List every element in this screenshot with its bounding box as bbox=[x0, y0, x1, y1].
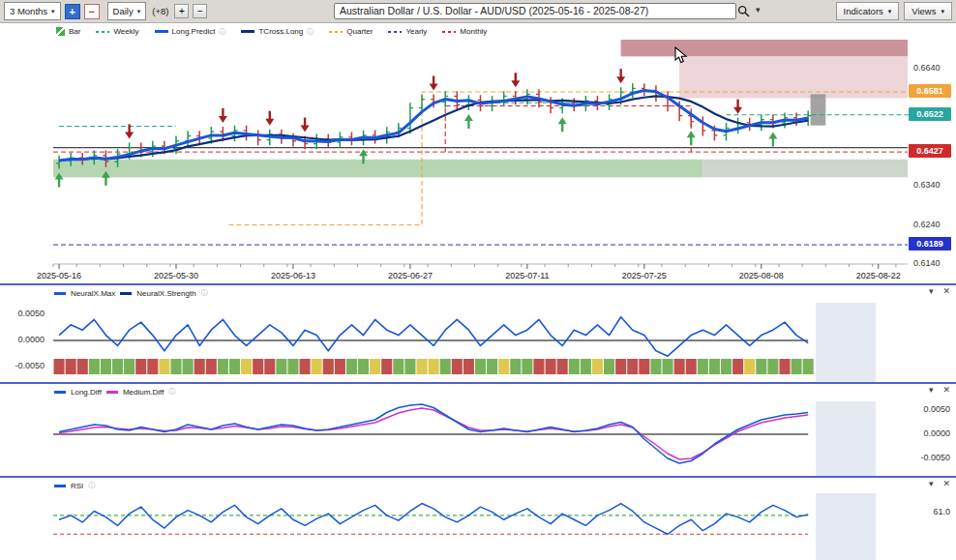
zoom-out-button[interactable]: − bbox=[84, 4, 100, 19]
legend-label: TCross.Long bbox=[258, 27, 303, 36]
indicators-button[interactable]: Indicators ▾ bbox=[836, 2, 900, 20]
neuralx-panel-legend: NeuralX.Max NeuralX.Strength ⓘ bbox=[54, 288, 208, 298]
diff-canvas[interactable] bbox=[0, 401, 956, 476]
svg-text:2025-08-08: 2025-08-08 bbox=[739, 271, 784, 280]
chart-legend-row: Bar Weekly Long.Predict ⓘ TCross.Long ⓘ … bbox=[0, 23, 956, 40]
price-chart-canvas[interactable]: 2025-05-162025-05-302025-06-132025-06-27… bbox=[0, 40, 956, 283]
legend-item-weekly[interactable]: Weekly bbox=[96, 27, 138, 36]
info-icon: ⓘ bbox=[201, 288, 208, 298]
mouse-cursor bbox=[674, 46, 688, 68]
symbol-dropdown-caret[interactable]: ▾ bbox=[756, 5, 761, 15]
rsi-panel: RSI ⓘ ▾ ✕ 61.0 bbox=[0, 476, 956, 560]
svg-text:2025-05-30: 2025-05-30 bbox=[154, 271, 198, 280]
legend-label: Quarter bbox=[346, 27, 373, 36]
tcross-long-line-swatch bbox=[241, 30, 254, 33]
period-value: Daily bbox=[113, 6, 134, 16]
price-axis-label: 0.6640 bbox=[913, 63, 941, 73]
price-level-badge: 0.6522 bbox=[909, 107, 951, 121]
panel-collapse-button[interactable]: ▾ bbox=[929, 385, 934, 395]
price-level-badge: 0.6427 bbox=[909, 144, 951, 158]
rsi-canvas[interactable] bbox=[0, 493, 956, 560]
price-axis-label: 0.6340 bbox=[913, 180, 941, 190]
medium-diff-swatch bbox=[106, 391, 118, 394]
chevron-down-icon: ▾ bbox=[51, 8, 55, 15]
neuralx-max-swatch bbox=[54, 292, 66, 295]
info-icon: ⓘ bbox=[219, 27, 225, 37]
diff-panel-legend: Long.Diff Medium.Diff ⓘ bbox=[54, 387, 175, 397]
svg-text:2025-08-22: 2025-08-22 bbox=[856, 271, 901, 280]
legend-item-yearly[interactable]: Yearly bbox=[388, 27, 427, 36]
legend-label: Bar bbox=[69, 27, 80, 36]
bar-count-label: (+8) bbox=[152, 6, 168, 16]
panel-collapse-button[interactable]: ▾ bbox=[929, 479, 934, 488]
panel-close-button[interactable]: ✕ bbox=[942, 479, 950, 488]
price-axis-label: 0.6140 bbox=[913, 258, 941, 268]
info-icon: ⓘ bbox=[307, 27, 314, 37]
legend-item-quarter[interactable]: Quarter bbox=[329, 27, 373, 36]
yearly-line-swatch bbox=[388, 31, 402, 33]
svg-text:2025-06-13: 2025-06-13 bbox=[271, 271, 315, 280]
legend-item-monthly[interactable]: Monthly bbox=[442, 27, 487, 36]
timeframe-value: 3 Months bbox=[10, 6, 47, 16]
legend-label: Yearly bbox=[405, 27, 427, 36]
panel-collapse-button[interactable]: ▾ bbox=[929, 286, 934, 296]
long-predict-line-swatch bbox=[155, 30, 168, 33]
monthly-line-swatch bbox=[442, 31, 456, 33]
price-level-badge: 0.6189 bbox=[909, 237, 951, 251]
chevron-down-icon: ▾ bbox=[941, 8, 944, 15]
legend-item-long-predict[interactable]: Long.Predict ⓘ bbox=[155, 27, 226, 37]
search-icon[interactable] bbox=[737, 4, 750, 21]
svg-text:2025-07-25: 2025-07-25 bbox=[622, 271, 667, 280]
price-axis-label: 0.6240 bbox=[913, 220, 941, 229]
diff-panel: Long.Diff Medium.Diff ⓘ ▾ ✕ 0.0050 0.000… bbox=[0, 382, 956, 478]
legend-label: Weekly bbox=[113, 27, 138, 36]
symbol-title-input[interactable]: Australian Dollar / U.S. Dollar - AUD/US… bbox=[334, 3, 736, 19]
neuralx-strength-swatch bbox=[120, 292, 132, 295]
long-diff-label: Long.Diff bbox=[71, 388, 102, 397]
rsi-panel-legend: RSI ⓘ bbox=[54, 481, 95, 490]
info-icon: ⓘ bbox=[168, 387, 175, 397]
toolbar: 3 Months ▾ + − Daily ▾ (+8) + − Australi… bbox=[0, 0, 956, 23]
main-price-chart[interactable]: 2025-05-162025-05-302025-06-132025-06-27… bbox=[0, 40, 956, 283]
legend-item-bar[interactable]: Bar bbox=[56, 27, 80, 36]
price-axis: 0.66400.63400.62400.61400.65810.65220.64… bbox=[909, 40, 956, 283]
neuralx-strength-label: NeuralX.Strength bbox=[136, 289, 195, 298]
long-diff-swatch bbox=[54, 391, 66, 394]
svg-text:2025-05-16: 2025-05-16 bbox=[37, 271, 81, 280]
legend-item-tcross-long[interactable]: TCross.Long ⓘ bbox=[241, 27, 314, 37]
bar-style-icon bbox=[56, 27, 65, 36]
svg-text:2025-07-11: 2025-07-11 bbox=[505, 271, 549, 280]
neuralx-max-label: NeuralX.Max bbox=[71, 289, 115, 298]
legend-label: Monthly bbox=[460, 27, 487, 36]
timeframe-select[interactable]: 3 Months ▾ bbox=[4, 2, 61, 20]
period-select[interactable]: Daily ▾ bbox=[107, 2, 147, 20]
chevron-down-icon: ▾ bbox=[137, 8, 141, 15]
remove-bars-button[interactable]: − bbox=[193, 4, 207, 18]
weekly-line-swatch bbox=[96, 31, 109, 33]
views-button[interactable]: Views ▾ bbox=[904, 2, 952, 20]
svg-text:2025-06-27: 2025-06-27 bbox=[388, 271, 433, 280]
rsi-swatch bbox=[54, 485, 66, 487]
rsi-label: RSI bbox=[71, 482, 83, 490]
neuralx-canvas[interactable] bbox=[0, 303, 956, 382]
panel-close-button[interactable]: ✕ bbox=[942, 286, 950, 296]
price-level-badge: 0.6581 bbox=[909, 84, 951, 98]
legend-label: Long.Predict bbox=[172, 27, 216, 36]
neuralx-panel: NeuralX.Max NeuralX.Strength ⓘ ▾ ✕ 0.005… bbox=[0, 283, 956, 384]
chevron-down-icon: ▾ bbox=[888, 8, 892, 15]
add-bars-button[interactable]: + bbox=[174, 4, 189, 18]
panel-close-button[interactable]: ✕ bbox=[942, 385, 950, 395]
info-icon: ⓘ bbox=[88, 481, 95, 490]
zoom-in-button[interactable]: + bbox=[65, 4, 80, 19]
medium-diff-label: Medium.Diff bbox=[123, 388, 164, 397]
quarter-line-swatch bbox=[329, 31, 343, 33]
